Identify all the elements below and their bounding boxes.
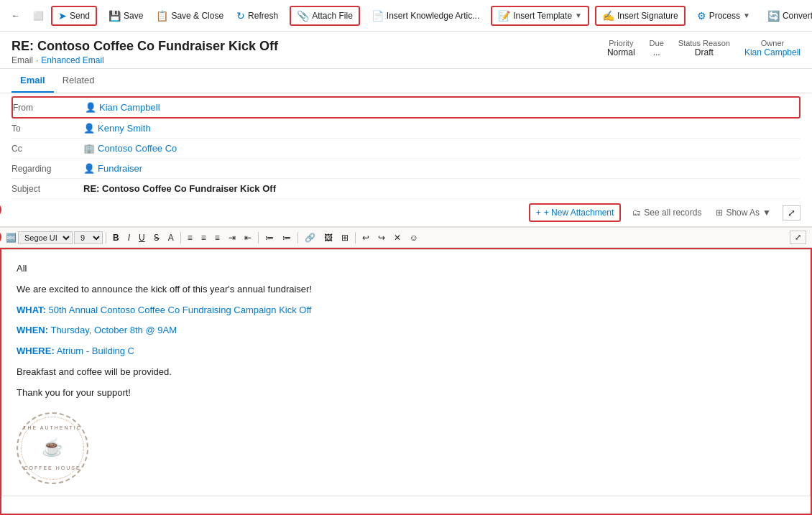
rte-expand-button[interactable]: ⤢ — [790, 231, 806, 244]
insert-template-icon: 📝 — [498, 10, 510, 22]
bullet-list-button[interactable]: ≔ — [262, 231, 277, 244]
send-label: Send — [70, 11, 90, 21]
save-button[interactable]: 💾 Save — [103, 7, 149, 24]
insert-template-button[interactable]: 📝 Insert Template ▼ — [491, 6, 589, 26]
see-records-icon: 🗂 — [632, 208, 641, 218]
image-button[interactable]: 🖼 — [320, 231, 336, 244]
align-left-button[interactable]: ≡ — [184, 231, 196, 244]
insert-knowledge-label: Insert Knowledge Artic... — [387, 11, 479, 21]
due-meta: Due ... — [650, 39, 664, 57]
email-type: Email — [11, 55, 33, 65]
outdent-button[interactable]: ⇤ — [241, 231, 255, 244]
email-body[interactable]: All We are excited to announce the kick … — [1, 249, 811, 496]
send-button[interactable]: ➤ Send — [51, 6, 97, 26]
font-size-select[interactable]: 9 — [74, 231, 103, 244]
main-toolbar: 9 8 7 6 5 ← ⬜ ➤ Send 💾 Save 📋 Save & Clo… — [0, 0, 812, 32]
redo-button[interactable]: ↪ — [374, 231, 389, 244]
page-icon-button[interactable]: ⬜ — [27, 8, 50, 24]
subject-value: RE: Contoso Coffee Co Fundraiser Kick Of… — [83, 183, 276, 194]
body-thanks: Thank you for your support! — [17, 386, 795, 401]
regarding-value: 👤 Fundraiser — [83, 163, 142, 174]
font-family-select[interactable]: Segoe UI — [18, 231, 73, 244]
new-attachment-button[interactable]: + + New Attachment — [530, 205, 620, 221]
send-icon: ➤ — [58, 10, 67, 22]
body-intro: We are excited to announce the kick off … — [17, 282, 795, 297]
see-all-records-button[interactable]: 🗂 See all records — [627, 205, 707, 221]
expand-button[interactable]: ⤢ — [783, 205, 801, 221]
insert-signature-button[interactable]: ✍ Insert Signature — [595, 6, 686, 26]
process-label: Process — [709, 11, 740, 21]
form-section: 1 From 👤 Kian Campbell To 👤 Kenny Smith … — [0, 93, 812, 199]
from-value: 👤 Kian Campbell — [85, 102, 160, 113]
status-meta: Status Reason Draft — [678, 39, 730, 57]
logo-text-top: THE AUTHENTIC — [18, 424, 87, 432]
where-label: WHERE: — [17, 345, 55, 356]
numbered-list-button[interactable]: ≔ — [279, 231, 295, 244]
subject-label: Subject — [11, 184, 83, 194]
logo-text-bottom: COFFEE HOUSE — [18, 464, 87, 472]
process-button[interactable]: ⚙ Process ▼ — [691, 7, 756, 24]
logo-circle: THE AUTHENTIC ☕ COFFEE HOUSE — [17, 412, 88, 484]
priority-value: Normal — [607, 47, 635, 57]
email-meta-section: Priority Normal Due ... Status Reason Dr… — [607, 39, 801, 57]
table-button[interactable]: ⊞ — [338, 231, 352, 244]
what-value: 50th Annual Contoso Coffee Co Fundraisin… — [49, 305, 312, 315]
font-color-button[interactable]: A — [165, 231, 177, 244]
priority-meta: Priority Normal — [607, 39, 635, 57]
insert-template-label: Insert Template — [513, 11, 572, 21]
show-as-label: Show As — [726, 208, 760, 218]
save-icon: 💾 — [109, 10, 121, 22]
from-name[interactable]: Kian Campbell — [99, 102, 160, 113]
cc-name[interactable]: Contoso Coffee Co — [98, 143, 177, 154]
align-center-button[interactable]: ≡ — [198, 231, 210, 244]
process-arrow: ▼ — [743, 11, 750, 19]
emoji-button[interactable]: ☺ — [406, 231, 422, 244]
refresh-button[interactable]: ↻ Refresh — [231, 7, 284, 24]
tab-related[interactable]: Related — [54, 69, 103, 93]
template-arrow: ▼ — [575, 11, 582, 19]
attach-file-button[interactable]: 📎 Attach File — [290, 6, 360, 26]
regarding-icon: 👤 — [83, 163, 95, 174]
regarding-name[interactable]: Fundraiser — [98, 163, 142, 174]
indent-button[interactable]: ⇥ — [225, 231, 239, 244]
insert-knowledge-button[interactable]: 📄 Insert Knowledge Artic... — [366, 7, 485, 24]
due-value: ... — [650, 47, 664, 57]
enhanced-email-link[interactable]: Enhanced Email — [41, 55, 103, 65]
save-close-button[interactable]: 📋 Save & Close — [150, 7, 229, 24]
email-subtitle: Email · Enhanced Email — [11, 55, 278, 65]
convert-icon: 🔄 — [767, 10, 780, 22]
align-right-button[interactable]: ≡ — [211, 231, 223, 244]
owner-value: Kian Campbell — [744, 47, 801, 57]
bold-button[interactable]: B — [109, 231, 123, 244]
clear-format-button[interactable]: ✕ — [390, 231, 405, 244]
subject-row: Subject RE: Contoso Coffee Co Fundraiser… — [11, 179, 801, 199]
rte-divider-4 — [297, 232, 298, 243]
due-label: Due — [650, 39, 664, 47]
to-value: 👤 Kenny Smith — [83, 123, 151, 134]
owner-meta: Owner Kian Campbell — [744, 39, 801, 57]
tab-email[interactable]: Email — [11, 69, 54, 93]
attach-icon: 📎 — [297, 10, 309, 22]
link-button[interactable]: 🔗 — [301, 231, 319, 244]
underline-button[interactable]: U — [135, 231, 149, 244]
body-what: WHAT: 50th Annual Contoso Coffee Co Fund… — [17, 303, 795, 318]
body-when: WHEN: Thursday, October 8th @ 9AM — [17, 323, 795, 338]
expand-icon: ⤢ — [788, 208, 795, 218]
from-person-icon: 👤 — [85, 102, 96, 113]
to-name[interactable]: Kenny Smith — [98, 123, 151, 134]
insert-signature-label: Insert Signature — [617, 11, 678, 21]
show-as-button[interactable]: ⊞ Show As ▼ — [710, 205, 777, 221]
regarding-row: Regarding 👤 Fundraiser — [11, 159, 801, 179]
refresh-icon: ↻ — [236, 10, 245, 22]
to-person-icon: 👤 — [83, 123, 95, 134]
what-label: WHAT: — [17, 305, 46, 315]
back-button[interactable]: ← — [6, 8, 26, 24]
convert-to-label: Convert To — [783, 11, 812, 21]
strikethrough-button[interactable]: S̶ — [150, 231, 163, 244]
regarding-label: Regarding — [11, 164, 83, 174]
italic-button[interactable]: I — [124, 231, 134, 244]
undo-button[interactable]: ↩ — [359, 231, 373, 244]
convert-to-button[interactable]: 🔄 Convert To ▼ — [762, 7, 812, 24]
email-title: RE: Contoso Coffee Co Fundraiser Kick Of… — [11, 39, 278, 54]
rte-toolbar: 3 🔤 Segoe UI 9 B I U S̶ A ≡ ≡ ≡ ⇥ ⇤ ≔ ≔ … — [0, 227, 812, 248]
